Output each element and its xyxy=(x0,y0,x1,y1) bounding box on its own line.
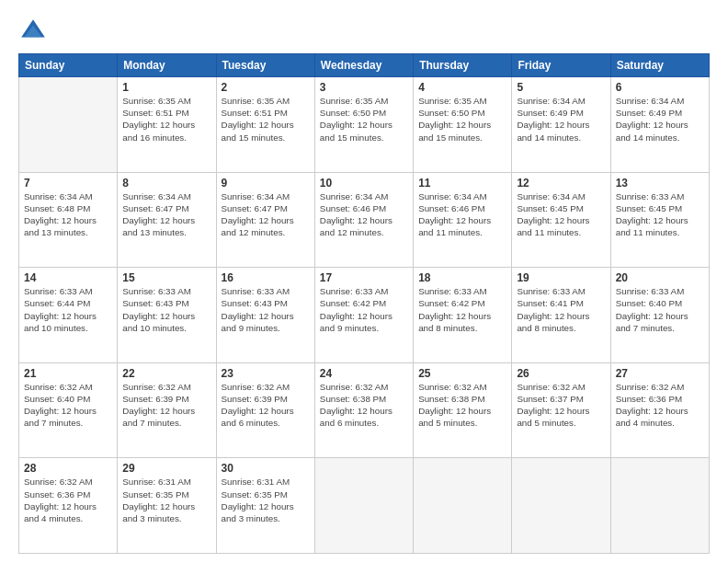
page: SundayMondayTuesdayWednesdayThursdayFrid… xyxy=(0,0,728,563)
day-number: 23 xyxy=(222,367,310,380)
calendar-cell: 24Sunrise: 6:32 AM Sunset: 6:38 PM Dayli… xyxy=(314,362,413,458)
day-info: Sunrise: 6:33 AM Sunset: 6:45 PM Dayligh… xyxy=(616,190,704,239)
logo xyxy=(18,17,51,46)
day-number: 20 xyxy=(616,271,704,284)
day-number: 19 xyxy=(517,271,605,284)
day-info: Sunrise: 6:32 AM Sunset: 6:36 PM Dayligh… xyxy=(24,476,112,524)
calendar-week-row: 7Sunrise: 6:34 AM Sunset: 6:48 PM Daylig… xyxy=(19,172,710,268)
day-info: Sunrise: 6:35 AM Sunset: 6:50 PM Dayligh… xyxy=(320,95,408,144)
logo-icon xyxy=(18,17,48,46)
calendar-cell xyxy=(19,77,118,173)
day-number: 11 xyxy=(418,177,506,190)
day-info: Sunrise: 6:35 AM Sunset: 6:51 PM Dayligh… xyxy=(122,95,210,144)
day-number: 25 xyxy=(418,367,506,380)
calendar-header-row: SundayMondayTuesdayWednesdayThursdayFrid… xyxy=(19,54,710,77)
calendar-cell: 4Sunrise: 6:35 AM Sunset: 6:50 PM Daylig… xyxy=(414,77,512,173)
calendar-cell: 28Sunrise: 6:32 AM Sunset: 6:36 PM Dayli… xyxy=(19,458,118,554)
day-number: 22 xyxy=(122,367,210,380)
calendar-cell: 29Sunrise: 6:31 AM Sunset: 6:35 PM Dayli… xyxy=(118,458,216,554)
day-info: Sunrise: 6:33 AM Sunset: 6:41 PM Dayligh… xyxy=(517,285,605,334)
calendar-cell: 23Sunrise: 6:32 AM Sunset: 6:39 PM Dayli… xyxy=(216,362,314,458)
calendar-cell: 3Sunrise: 6:35 AM Sunset: 6:50 PM Daylig… xyxy=(314,77,413,173)
day-number: 10 xyxy=(320,177,408,190)
day-number: 21 xyxy=(24,367,112,380)
day-number: 4 xyxy=(418,81,506,94)
day-number: 24 xyxy=(320,367,408,380)
day-number: 13 xyxy=(616,177,704,190)
day-number: 27 xyxy=(616,367,704,380)
calendar-header-cell: Wednesday xyxy=(314,54,413,77)
header xyxy=(18,17,710,46)
calendar-cell: 15Sunrise: 6:33 AM Sunset: 6:43 PM Dayli… xyxy=(118,268,216,363)
calendar-cell: 21Sunrise: 6:32 AM Sunset: 6:40 PM Dayli… xyxy=(19,362,118,458)
calendar-cell: 5Sunrise: 6:34 AM Sunset: 6:49 PM Daylig… xyxy=(512,77,610,173)
day-info: Sunrise: 6:33 AM Sunset: 6:40 PM Dayligh… xyxy=(616,285,704,334)
day-info: Sunrise: 6:31 AM Sunset: 6:35 PM Dayligh… xyxy=(122,476,210,524)
calendar-table: SundayMondayTuesdayWednesdayThursdayFrid… xyxy=(18,53,710,554)
calendar-cell: 18Sunrise: 6:33 AM Sunset: 6:42 PM Dayli… xyxy=(414,268,512,363)
calendar-week-row: 1Sunrise: 6:35 AM Sunset: 6:51 PM Daylig… xyxy=(19,77,710,173)
day-info: Sunrise: 6:34 AM Sunset: 6:46 PM Dayligh… xyxy=(418,190,506,239)
day-info: Sunrise: 6:32 AM Sunset: 6:37 PM Dayligh… xyxy=(517,381,605,430)
day-info: Sunrise: 6:33 AM Sunset: 6:43 PM Dayligh… xyxy=(122,285,210,334)
calendar-cell: 19Sunrise: 6:33 AM Sunset: 6:41 PM Dayli… xyxy=(512,268,610,363)
calendar-cell xyxy=(414,458,512,554)
day-number: 18 xyxy=(418,271,506,284)
day-number: 1 xyxy=(122,81,210,94)
calendar-cell: 6Sunrise: 6:34 AM Sunset: 6:49 PM Daylig… xyxy=(610,77,709,173)
day-info: Sunrise: 6:33 AM Sunset: 6:43 PM Dayligh… xyxy=(222,285,310,334)
day-number: 29 xyxy=(122,462,210,475)
day-info: Sunrise: 6:35 AM Sunset: 6:51 PM Dayligh… xyxy=(222,95,310,144)
day-info: Sunrise: 6:34 AM Sunset: 6:49 PM Dayligh… xyxy=(517,95,605,144)
calendar-cell: 12Sunrise: 6:34 AM Sunset: 6:45 PM Dayli… xyxy=(512,172,610,268)
day-info: Sunrise: 6:32 AM Sunset: 6:39 PM Dayligh… xyxy=(122,381,210,430)
day-number: 8 xyxy=(122,177,210,190)
calendar-week-row: 14Sunrise: 6:33 AM Sunset: 6:44 PM Dayli… xyxy=(19,268,710,363)
calendar-cell: 11Sunrise: 6:34 AM Sunset: 6:46 PM Dayli… xyxy=(414,172,512,268)
calendar-header-cell: Friday xyxy=(512,54,610,77)
day-info: Sunrise: 6:33 AM Sunset: 6:44 PM Dayligh… xyxy=(24,285,112,334)
day-info: Sunrise: 6:32 AM Sunset: 6:38 PM Dayligh… xyxy=(418,381,506,430)
calendar-cell: 22Sunrise: 6:32 AM Sunset: 6:39 PM Dayli… xyxy=(118,362,216,458)
calendar-header-cell: Sunday xyxy=(19,54,118,77)
calendar-body: 1Sunrise: 6:35 AM Sunset: 6:51 PM Daylig… xyxy=(19,77,710,554)
calendar-cell xyxy=(314,458,413,554)
day-info: Sunrise: 6:32 AM Sunset: 6:40 PM Dayligh… xyxy=(24,381,112,430)
day-info: Sunrise: 6:34 AM Sunset: 6:47 PM Dayligh… xyxy=(222,190,310,239)
day-info: Sunrise: 6:34 AM Sunset: 6:47 PM Dayligh… xyxy=(122,190,210,239)
calendar-week-row: 21Sunrise: 6:32 AM Sunset: 6:40 PM Dayli… xyxy=(19,362,710,458)
day-number: 15 xyxy=(122,271,210,284)
day-number: 6 xyxy=(616,81,704,94)
calendar-header-cell: Thursday xyxy=(414,54,512,77)
day-info: Sunrise: 6:34 AM Sunset: 6:46 PM Dayligh… xyxy=(320,190,408,239)
calendar-cell: 13Sunrise: 6:33 AM Sunset: 6:45 PM Dayli… xyxy=(610,172,709,268)
calendar-cell: 14Sunrise: 6:33 AM Sunset: 6:44 PM Dayli… xyxy=(19,268,118,363)
day-number: 5 xyxy=(517,81,605,94)
calendar-cell: 25Sunrise: 6:32 AM Sunset: 6:38 PM Dayli… xyxy=(414,362,512,458)
day-number: 7 xyxy=(24,177,112,190)
day-number: 28 xyxy=(24,462,112,475)
calendar-week-row: 28Sunrise: 6:32 AM Sunset: 6:36 PM Dayli… xyxy=(19,458,710,554)
calendar-cell: 8Sunrise: 6:34 AM Sunset: 6:47 PM Daylig… xyxy=(118,172,216,268)
calendar-cell: 20Sunrise: 6:33 AM Sunset: 6:40 PM Dayli… xyxy=(610,268,709,363)
calendar-cell: 16Sunrise: 6:33 AM Sunset: 6:43 PM Dayli… xyxy=(216,268,314,363)
calendar-cell xyxy=(610,458,709,554)
calendar-cell: 7Sunrise: 6:34 AM Sunset: 6:48 PM Daylig… xyxy=(19,172,118,268)
calendar-cell: 30Sunrise: 6:31 AM Sunset: 6:35 PM Dayli… xyxy=(216,458,314,554)
calendar-cell: 1Sunrise: 6:35 AM Sunset: 6:51 PM Daylig… xyxy=(118,77,216,173)
day-number: 2 xyxy=(222,81,310,94)
day-info: Sunrise: 6:34 AM Sunset: 6:48 PM Dayligh… xyxy=(24,190,112,239)
day-number: 12 xyxy=(517,177,605,190)
day-number: 16 xyxy=(222,271,310,284)
day-number: 26 xyxy=(517,367,605,380)
day-info: Sunrise: 6:33 AM Sunset: 6:42 PM Dayligh… xyxy=(320,285,408,334)
calendar-cell: 2Sunrise: 6:35 AM Sunset: 6:51 PM Daylig… xyxy=(216,77,314,173)
calendar-header-cell: Tuesday xyxy=(216,54,314,77)
day-info: Sunrise: 6:35 AM Sunset: 6:50 PM Dayligh… xyxy=(418,95,506,144)
day-number: 14 xyxy=(24,271,112,284)
day-number: 9 xyxy=(222,177,310,190)
calendar-cell xyxy=(512,458,610,554)
day-info: Sunrise: 6:32 AM Sunset: 6:39 PM Dayligh… xyxy=(222,381,310,430)
calendar-header-cell: Saturday xyxy=(610,54,709,77)
day-info: Sunrise: 6:33 AM Sunset: 6:42 PM Dayligh… xyxy=(418,285,506,334)
